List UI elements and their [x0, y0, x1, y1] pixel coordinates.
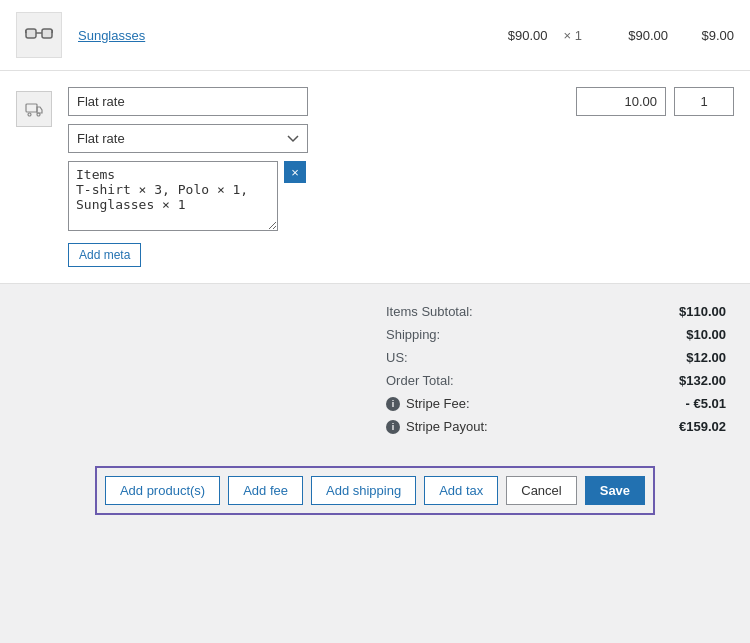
totals-table: Items Subtotal: $110.00 Shipping: $10.00… — [386, 304, 726, 434]
save-button[interactable]: Save — [585, 476, 645, 505]
stripe-payout-label-wrapper: i Stripe Payout: — [386, 419, 504, 434]
stripe-payout-value: €159.02 — [646, 419, 726, 434]
stripe-payout-info-icon[interactable]: i — [386, 420, 400, 434]
shipping-section: Flat rate Free shipping Local pickup Ite… — [0, 71, 750, 284]
product-name-link[interactable]: Sunglasses — [78, 28, 462, 43]
footer-buttons-wrapper: Add product(s) Add fee Add shipping Add … — [95, 466, 655, 515]
svg-rect-5 — [26, 104, 37, 112]
product-thumbnail — [16, 12, 62, 58]
items-tag-row: Items T-shirt × 3, Polo × 1, Sunglasses … — [68, 161, 560, 231]
stripe-fee-value: - €5.01 — [646, 396, 726, 411]
add-products-button[interactable]: Add product(s) — [105, 476, 220, 505]
sunglasses-icon — [25, 26, 53, 45]
svg-line-3 — [25, 30, 26, 33]
stripe-fee-label-wrapper: i Stripe Fee: — [386, 396, 486, 411]
order-total-row: Order Total: $132.00 — [386, 373, 726, 388]
cancel-button[interactable]: Cancel — [506, 476, 576, 505]
svg-rect-0 — [26, 29, 36, 38]
us-tax-label: US: — [386, 350, 424, 365]
svg-point-6 — [28, 113, 31, 116]
us-tax-row: US: $12.00 — [386, 350, 726, 365]
shipping-fields: Flat rate Free shipping Local pickup Ite… — [68, 87, 560, 267]
stripe-payout-label: Stripe Payout: — [406, 419, 488, 434]
items-subtotal-label: Items Subtotal: — [386, 304, 489, 319]
product-tax: $9.00 — [684, 28, 734, 43]
items-subtotal-value: $110.00 — [646, 304, 726, 319]
shipping-total-value: $10.00 — [646, 327, 726, 342]
order-total-label: Order Total: — [386, 373, 470, 388]
shipping-qty-input[interactable] — [674, 87, 734, 116]
add-meta-button[interactable]: Add meta — [68, 243, 141, 267]
shipping-amount-row — [576, 87, 734, 116]
shipping-amount-input[interactable] — [576, 87, 666, 116]
shipping-name-input[interactable] — [68, 87, 308, 116]
stripe-fee-info-icon[interactable]: i — [386, 397, 400, 411]
items-textarea[interactable]: Items T-shirt × 3, Polo × 1, Sunglasses … — [68, 161, 278, 231]
remove-items-button[interactable]: × — [284, 161, 306, 183]
stripe-payout-row: i Stripe Payout: €159.02 — [386, 419, 726, 434]
totals-section: Items Subtotal: $110.00 Shipping: $10.00… — [0, 284, 750, 454]
product-total: $90.00 — [598, 28, 668, 43]
svg-line-4 — [52, 30, 53, 33]
add-fee-button[interactable]: Add fee — [228, 476, 303, 505]
shipping-total-label: Shipping: — [386, 327, 456, 342]
footer-actions: Add product(s) Add fee Add shipping Add … — [0, 454, 750, 535]
shipping-section-icon — [16, 91, 52, 127]
shipping-total-row: Shipping: $10.00 — [386, 327, 726, 342]
add-tax-button[interactable]: Add tax — [424, 476, 498, 505]
product-qty-divider: × 1 — [564, 28, 582, 43]
stripe-fee-row: i Stripe Fee: - €5.01 — [386, 396, 726, 411]
add-shipping-button[interactable]: Add shipping — [311, 476, 416, 505]
items-subtotal-row: Items Subtotal: $110.00 — [386, 304, 726, 319]
us-tax-value: $12.00 — [646, 350, 726, 365]
product-row: Sunglasses $90.00 × 1 $90.00 $9.00 — [0, 0, 750, 71]
stripe-fee-label: Stripe Fee: — [406, 396, 470, 411]
shipping-method-select[interactable]: Flat rate Free shipping Local pickup — [68, 124, 308, 153]
order-total-value: $132.00 — [646, 373, 726, 388]
product-price: $90.00 — [478, 28, 548, 43]
svg-point-7 — [37, 113, 40, 116]
svg-rect-1 — [42, 29, 52, 38]
